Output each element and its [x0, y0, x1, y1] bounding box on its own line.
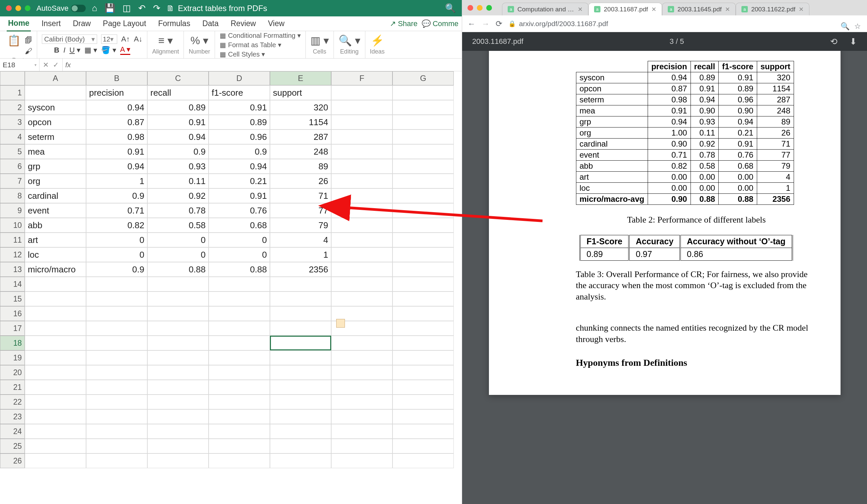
row-header[interactable]: 4	[0, 130, 25, 144]
cell[interactable]	[147, 395, 208, 409]
font-color-icon[interactable]: A ▾	[120, 45, 131, 55]
cell[interactable]	[25, 336, 86, 350]
cell[interactable]	[331, 439, 393, 453]
cell[interactable]	[86, 439, 147, 453]
zoom-icon[interactable]	[25, 6, 31, 11]
minimize-icon[interactable]	[15, 6, 21, 11]
cell[interactable]: f1-score	[208, 85, 270, 100]
tab-view[interactable]: View	[267, 17, 286, 31]
cell[interactable]: opcon	[25, 115, 86, 130]
cell[interactable]: 0.9	[147, 144, 208, 159]
search-icon[interactable]: 🔍	[445, 3, 456, 13]
col-header-d[interactable]: D	[208, 71, 270, 85]
cell[interactable]	[393, 188, 454, 203]
cell[interactable]: 2356	[270, 262, 331, 277]
cell[interactable]: art	[25, 233, 86, 247]
home-icon[interactable]: ⌂	[92, 3, 97, 13]
cell[interactable]	[25, 365, 86, 380]
cell[interactable]	[270, 292, 331, 306]
row-header[interactable]: 10	[0, 218, 25, 233]
cell[interactable]	[393, 380, 454, 395]
cell[interactable]	[147, 321, 208, 336]
rotate-icon[interactable]: ⟲	[830, 36, 837, 47]
row-header[interactable]: 26	[0, 453, 25, 468]
tab-draw[interactable]: Draw	[71, 17, 92, 31]
name-box[interactable]: E18▾	[0, 58, 40, 71]
zoom-icon[interactable]	[486, 5, 492, 11]
cell[interactable]: 0.88	[208, 262, 270, 277]
cell[interactable]	[270, 336, 331, 350]
cell[interactable]: 0	[208, 247, 270, 262]
cell[interactable]	[270, 380, 331, 395]
format-painter-icon[interactable]: 🖌	[25, 47, 32, 56]
cell[interactable]	[147, 277, 208, 292]
editing-icon[interactable]: 🔍 ▾	[339, 34, 360, 47]
cell[interactable]	[393, 439, 454, 453]
cell[interactable]	[147, 350, 208, 365]
cell[interactable]	[208, 306, 270, 321]
row-header[interactable]: 1	[0, 85, 25, 100]
cell[interactable]	[86, 277, 147, 292]
cell[interactable]	[86, 380, 147, 395]
cell[interactable]	[331, 115, 393, 130]
font-name-dropdown[interactable]: Calibri (Body) ▾	[42, 34, 97, 44]
cell[interactable]: mea	[25, 144, 86, 159]
cell[interactable]	[331, 453, 393, 468]
row-header[interactable]: 18	[0, 336, 25, 350]
chrome-traffic-lights[interactable]	[468, 5, 502, 11]
row-header[interactable]: 17	[0, 321, 25, 336]
cell[interactable]: 0.9	[208, 144, 270, 159]
cell[interactable]: 0.91	[208, 100, 270, 115]
cell[interactable]	[25, 409, 86, 424]
cell[interactable]: seterm	[25, 130, 86, 144]
row-header[interactable]: 22	[0, 395, 25, 409]
toggle-off-icon[interactable]	[71, 5, 86, 12]
cell[interactable]	[86, 365, 147, 380]
select-all-corner[interactable]	[0, 71, 25, 85]
cell[interactable]	[86, 350, 147, 365]
cell[interactable]	[86, 453, 147, 468]
close-tab-icon[interactable]: ✕	[651, 6, 656, 13]
pin-icon[interactable]: ◫	[122, 3, 131, 13]
cell[interactable]	[331, 100, 393, 115]
cell[interactable]	[25, 277, 86, 292]
col-header-e[interactable]: E	[270, 71, 331, 85]
cancel-icon[interactable]: ✕	[43, 61, 49, 69]
undo-icon[interactable]: ↶	[138, 3, 146, 13]
browser-tab[interactable]: a2003.11687.pdf✕	[588, 3, 662, 15]
cell[interactable]	[147, 380, 208, 395]
forward-icon[interactable]: →	[482, 19, 490, 29]
enter-icon[interactable]: ✓	[53, 61, 59, 69]
reload-icon[interactable]: ⟳	[496, 19, 502, 29]
italic-icon[interactable]: I	[63, 46, 65, 55]
cell[interactable]	[331, 409, 393, 424]
cell[interactable]	[331, 395, 393, 409]
cell[interactable]: 1154	[270, 115, 331, 130]
cell[interactable]: 0.93	[147, 159, 208, 174]
cell[interactable]	[147, 424, 208, 439]
cell[interactable]: 0.68	[208, 218, 270, 233]
cell[interactable]: precision	[86, 85, 147, 100]
cell[interactable]: 0.21	[208, 174, 270, 188]
tab-review[interactable]: Review	[229, 17, 257, 31]
cell[interactable]: 0.91	[208, 188, 270, 203]
cell[interactable]	[25, 424, 86, 439]
tab-formulas[interactable]: Formulas	[157, 17, 192, 31]
cell[interactable]	[270, 365, 331, 380]
browser-tab[interactable]: a2003.11622.pdf✕	[736, 3, 810, 15]
cell[interactable]: 0.89	[208, 115, 270, 130]
back-icon[interactable]: ←	[468, 19, 475, 29]
cell[interactable]: 0.94	[208, 159, 270, 174]
save-icon[interactable]: 💾	[105, 3, 115, 13]
row-header[interactable]: 16	[0, 306, 25, 321]
cell[interactable]: 1	[270, 247, 331, 262]
cell[interactable]	[147, 453, 208, 468]
row-header[interactable]: 11	[0, 233, 25, 247]
cell[interactable]	[331, 247, 393, 262]
browser-tab[interactable]: aComputation and Lan✕	[502, 3, 588, 15]
bold-icon[interactable]: B	[54, 46, 59, 55]
cell[interactable]	[331, 218, 393, 233]
cell[interactable]	[270, 424, 331, 439]
cell[interactable]: 0.91	[147, 115, 208, 130]
row-header[interactable]: 20	[0, 365, 25, 380]
